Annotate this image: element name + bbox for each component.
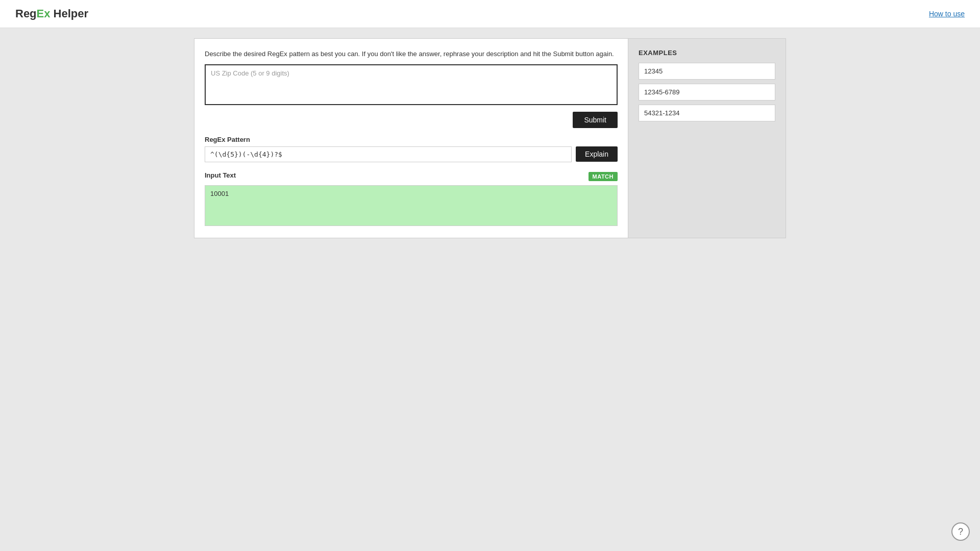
- how-to-use-link[interactable]: How to use: [929, 10, 965, 18]
- example-input-3[interactable]: [639, 105, 775, 121]
- submit-row: Submit: [205, 112, 618, 128]
- main-content: Describe the desired RegEx pattern as be…: [179, 28, 801, 248]
- help-button[interactable]: ?: [951, 522, 970, 541]
- regex-row: Explain: [205, 146, 618, 162]
- right-panel: EXAMPLES: [628, 38, 786, 238]
- logo: RegEx Helper: [15, 7, 88, 20]
- logo-text-helper: Helper: [50, 7, 88, 20]
- match-badge: MATCH: [589, 172, 618, 181]
- example-input-2[interactable]: [639, 84, 775, 101]
- logo-text-ex: Ex: [37, 7, 51, 20]
- explain-button[interactable]: Explain: [576, 146, 618, 162]
- regex-pattern-input[interactable]: [205, 146, 572, 162]
- examples-label: EXAMPLES: [639, 49, 775, 57]
- submit-button[interactable]: Submit: [573, 112, 618, 128]
- help-icon: ?: [958, 527, 963, 537]
- regex-pattern-label: RegEx Pattern: [205, 136, 618, 143]
- input-text-header: Input Text MATCH: [205, 171, 618, 182]
- input-text-label: Input Text: [205, 171, 236, 179]
- logo-text-reg: Reg: [15, 7, 37, 20]
- top-bar: RegEx Helper How to use: [0, 0, 980, 28]
- left-panel: Describe the desired RegEx pattern as be…: [194, 38, 628, 238]
- example-input-1[interactable]: [639, 63, 775, 80]
- description-label: Describe the desired RegEx pattern as be…: [205, 49, 618, 59]
- description-textarea[interactable]: [205, 64, 618, 105]
- input-text-textarea[interactable]: 10001: [205, 185, 618, 226]
